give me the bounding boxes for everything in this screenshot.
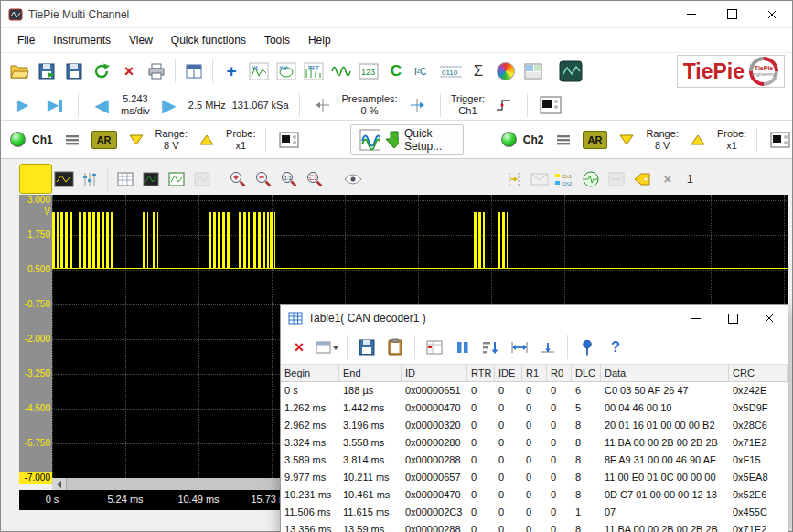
ch1-range-down-button[interactable]	[123, 125, 149, 154]
ch1-led-icon[interactable]	[10, 132, 26, 147]
ch1-range-readout[interactable]: Range: 8 V	[155, 128, 188, 151]
zoom-region-button[interactable]	[303, 166, 327, 191]
zoom-in-button[interactable]	[226, 166, 250, 191]
column-header-rtr[interactable]: RTR	[467, 365, 495, 381]
fft-graph-button[interactable]: FFT	[301, 57, 327, 86]
i2c-decoder-button[interactable]: I²C	[411, 57, 436, 86]
table-row[interactable]: 3.589 ms3.814 ms0x00000288000088F A9 31 …	[281, 452, 788, 469]
label-button[interactable]	[630, 166, 654, 191]
menu-tools[interactable]: Tools	[255, 34, 299, 47]
graph-channels-button[interactable]	[78, 166, 102, 191]
table-row[interactable]: 0 s188 µs0x0000065100006C0 03 50 AF 26 4…	[281, 382, 788, 399]
zoom-out-button[interactable]	[252, 166, 275, 191]
table-row[interactable]: 1.262 ms1.442 ms0x000004700000500 04 46 …	[281, 399, 788, 417]
columns-button[interactable]	[450, 333, 476, 362]
graph-green-button[interactable]	[165, 166, 188, 191]
sum-button[interactable]: Σ	[466, 57, 491, 86]
start-button[interactable]: ▶	[10, 90, 36, 120]
copy-table-button[interactable]	[382, 333, 408, 362]
ch1-range-up-button[interactable]	[194, 125, 220, 154]
sort-button[interactable]	[478, 333, 504, 362]
column-header-data[interactable]: Data	[601, 365, 729, 381]
waveform-button[interactable]	[328, 57, 354, 86]
compare-disabled-button[interactable]	[605, 166, 628, 191]
ch2-led-icon[interactable]	[501, 132, 517, 147]
table-row[interactable]: 2.962 ms3.196 ms0x000003200000820 01 16 …	[281, 417, 788, 434]
quick-setup-button[interactable]: Quick Setup...	[350, 124, 463, 155]
y-axis[interactable]: 3.0001.7500.500-0.750-2.000-3.250-4.500-…	[19, 195, 52, 478]
close-button[interactable]	[752, 1, 792, 27]
close-graph-button[interactable]: ×	[656, 166, 680, 191]
table-row[interactable]: 9.977 ms10.211 ms0x000006570000811 00 E0…	[281, 469, 788, 486]
scroll-left-button[interactable]	[52, 478, 66, 490]
table-row[interactable]: 13.356 ms13.59 ms0x000002880000811 BA 00…	[281, 521, 788, 532]
print-button[interactable]	[144, 57, 169, 86]
graph-disabled-button[interactable]	[190, 166, 214, 191]
menu-quick-functions[interactable]: Quick functions	[162, 34, 255, 47]
sample-rate-readout[interactable]: 2.5 MHz	[188, 100, 226, 111]
ch1-coupling-button[interactable]	[59, 125, 85, 154]
data-table-button[interactable]	[113, 166, 137, 191]
timebase-faster-button[interactable]: ▶	[156, 90, 182, 120]
save-as-button[interactable]	[34, 57, 59, 86]
column-header-r1[interactable]: R1	[522, 365, 547, 381]
table-row[interactable]: 3.324 ms3.558 ms0x000002800000811 BA 00 …	[281, 434, 788, 452]
column-header-ide[interactable]: IDE	[495, 365, 522, 381]
open-button[interactable]	[6, 57, 32, 86]
trigger-readout[interactable]: Trigger: Ch1	[451, 93, 486, 116]
save-table-button[interactable]	[354, 333, 380, 362]
table-close-button[interactable]	[751, 305, 788, 331]
can-decoder-button[interactable]: C	[383, 57, 409, 86]
envelope-disabled-button[interactable]	[528, 166, 552, 191]
table-title-bar[interactable]: Table1( CAN decoder1 )	[281, 305, 788, 331]
ch2-range-readout[interactable]: Range: 8 V	[646, 128, 678, 151]
table-minimize-button[interactable]	[678, 305, 714, 331]
graph-display-button[interactable]	[52, 166, 76, 191]
source-legend-button[interactable]: Ch1Ch2	[553, 166, 577, 191]
ch1-autorange-badge[interactable]: AR	[91, 131, 117, 149]
column-header-id[interactable]: ID	[402, 365, 467, 381]
align-button[interactable]	[535, 333, 561, 362]
menu-help[interactable]: Help	[299, 34, 340, 47]
ch2-range-down-button[interactable]	[614, 125, 639, 154]
instrument-settings-button[interactable]	[538, 90, 563, 120]
column-header-dlc[interactable]: DLC	[572, 365, 601, 381]
column-header-crc[interactable]: CRC	[729, 365, 788, 381]
column-header-r0[interactable]: R0	[547, 365, 572, 381]
save-button[interactable]	[61, 57, 87, 86]
cursors-button[interactable]	[502, 166, 526, 191]
minimize-button[interactable]	[671, 1, 712, 27]
add-instrument-button[interactable]: +	[219, 57, 244, 86]
meter-button[interactable]: 123	[356, 57, 381, 86]
y-axis-header[interactable]	[19, 164, 52, 194]
delete-button[interactable]: ×	[116, 57, 142, 86]
xy-graph-button[interactable]: XY	[273, 57, 299, 86]
maximize-button[interactable]	[712, 1, 752, 27]
trigger-slope-button[interactable]	[491, 90, 517, 120]
presamples-right-button[interactable]	[404, 90, 430, 120]
ch2-panel-button[interactable]	[767, 125, 793, 154]
column-header-begin[interactable]: Begin	[281, 365, 339, 381]
delete-table-button[interactable]: ×	[286, 333, 312, 362]
ch2-range-up-button[interactable]	[685, 125, 711, 154]
highlight-table-button[interactable]	[422, 333, 447, 362]
presamples-left-button[interactable]	[310, 90, 336, 120]
column-header-end[interactable]: End	[339, 365, 402, 381]
menu-view[interactable]: View	[120, 34, 162, 47]
table-row[interactable]: 10.231 ms10.461 ms0x00000470000080D C7 0…	[281, 486, 788, 504]
ch2-probe-readout[interactable]: Probe: x1	[717, 128, 746, 151]
autosetup-graph-button[interactable]	[579, 166, 603, 191]
help-button[interactable]: ?	[603, 333, 628, 362]
visibility-button[interactable]	[341, 166, 365, 191]
serial-decoder-button[interactable]: 0110	[438, 57, 464, 86]
record-length-readout[interactable]: 131.067 kSa	[232, 100, 289, 111]
panel-layout-button[interactable]	[520, 57, 546, 86]
window-layout-button[interactable]	[181, 57, 207, 86]
ch2-label[interactable]: Ch2	[523, 133, 544, 146]
zoom-reset-button[interactable]: 1:1	[277, 166, 301, 191]
yt-graph-button[interactable]: Yt	[246, 57, 272, 86]
move-to-window-button[interactable]	[315, 333, 340, 362]
instrument-panel-button[interactable]	[558, 57, 584, 86]
timebase-slower-button[interactable]: ◀	[89, 90, 114, 120]
table-maximize-button[interactable]	[714, 305, 751, 331]
